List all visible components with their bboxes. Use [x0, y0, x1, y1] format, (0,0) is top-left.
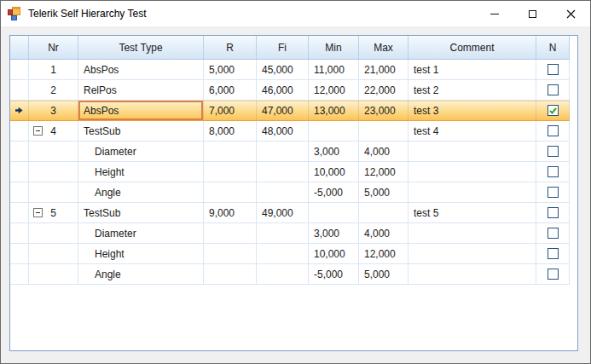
table-row[interactable]: 3AbsPos7,00047,00013,00023,000test 3 — [10, 101, 570, 121]
table-row[interactable]: 2RelPos6,00046,00012,00022,000test 2 — [10, 80, 570, 101]
cell-r[interactable] — [204, 223, 257, 244]
cell-test_type[interactable]: Angle — [78, 182, 204, 203]
cell-min[interactable] — [309, 121, 359, 142]
cell-nr[interactable]: 3 — [29, 101, 78, 121]
cell-comment[interactable] — [408, 244, 536, 264]
cell-n[interactable] — [536, 101, 570, 121]
cell-max[interactable]: 21,000 — [359, 60, 408, 80]
n-checkbox-unchecked[interactable] — [548, 207, 559, 218]
collapse-expander-icon[interactable] — [33, 208, 43, 217]
cell-r[interactable] — [204, 264, 257, 285]
cell-max[interactable]: 23,000 — [359, 101, 408, 121]
cell-min[interactable]: 12,000 — [309, 80, 359, 101]
column-header-n[interactable]: N — [536, 36, 570, 59]
cell-max[interactable]: 12,000 — [359, 162, 408, 182]
cell-nr[interactable] — [29, 162, 78, 182]
cell-n[interactable] — [536, 203, 570, 223]
column-header-nr[interactable]: Nr — [29, 36, 78, 59]
cell-min[interactable] — [309, 203, 359, 223]
row-indicator-header[interactable] — [10, 36, 29, 59]
row-indicator-cell[interactable] — [10, 80, 29, 101]
cell-nr[interactable]: 1 — [29, 60, 78, 80]
table-row[interactable]: Diameter3,0004,000 — [10, 142, 570, 162]
cell-fi[interactable] — [257, 182, 309, 203]
cell-r[interactable]: 8,000 — [204, 121, 257, 142]
cell-test_type[interactable]: AbsPos — [78, 60, 204, 80]
cell-nr[interactable] — [29, 264, 78, 285]
n-checkbox-unchecked[interactable] — [548, 84, 559, 95]
row-indicator-cell[interactable] — [10, 244, 29, 264]
cell-n[interactable] — [536, 121, 570, 142]
cell-r[interactable] — [204, 244, 257, 264]
cell-test_type[interactable]: Height — [78, 162, 204, 182]
cell-test_type[interactable]: Diameter — [78, 223, 204, 244]
cell-r[interactable]: 5,000 — [204, 60, 257, 80]
cell-nr[interactable] — [29, 142, 78, 162]
cell-test_type[interactable]: Height — [78, 244, 204, 264]
cell-r[interactable] — [204, 142, 257, 162]
column-header-comment[interactable]: Comment — [408, 36, 536, 59]
cell-test_type[interactable]: Diameter — [78, 142, 204, 162]
row-indicator-cell[interactable] — [10, 182, 29, 203]
cell-n[interactable] — [536, 80, 570, 101]
n-checkbox-unchecked[interactable] — [548, 248, 559, 259]
cell-r[interactable] — [204, 182, 257, 203]
cell-test_type[interactable]: TestSub — [78, 121, 204, 142]
cell-test_type[interactable]: Angle — [78, 264, 204, 285]
cell-fi[interactable] — [257, 264, 309, 285]
row-indicator-cell[interactable] — [10, 142, 29, 162]
cell-min[interactable]: -5,000 — [309, 182, 359, 203]
n-checkbox-unchecked[interactable] — [548, 269, 559, 280]
cell-min[interactable]: 13,000 — [309, 101, 359, 121]
column-header-max[interactable]: Max — [359, 36, 408, 59]
cell-comment[interactable]: test 2 — [408, 80, 536, 101]
cell-comment[interactable] — [408, 142, 536, 162]
collapse-expander-icon[interactable] — [33, 126, 43, 136]
n-checkbox-unchecked[interactable] — [548, 146, 559, 157]
cell-nr[interactable]: 2 — [29, 80, 78, 101]
cell-n[interactable] — [536, 142, 570, 162]
cell-fi[interactable]: 47,000 — [257, 101, 309, 121]
cell-n[interactable] — [536, 223, 570, 244]
table-row[interactable]: 5TestSub9,00049,000test 5 — [10, 203, 570, 223]
n-checkbox-unchecked[interactable] — [548, 64, 559, 75]
cell-max[interactable]: 12,000 — [359, 244, 408, 264]
cell-nr[interactable] — [29, 182, 78, 203]
cell-min[interactable]: 10,000 — [309, 244, 359, 264]
cell-max[interactable] — [359, 203, 408, 223]
cell-max[interactable]: 22,000 — [359, 80, 408, 101]
row-indicator-cell[interactable] — [10, 264, 29, 285]
cell-comment[interactable] — [408, 223, 536, 244]
cell-n[interactable] — [536, 244, 570, 264]
table-row[interactable]: Height10,00012,000 — [10, 244, 570, 264]
cell-max[interactable] — [359, 121, 408, 142]
row-indicator-cell[interactable] — [10, 203, 29, 223]
column-header-test_type[interactable]: Test Type — [78, 36, 204, 59]
cell-comment[interactable] — [408, 264, 536, 285]
cell-comment[interactable]: test 5 — [408, 203, 536, 223]
cell-comment[interactable]: test 4 — [408, 121, 536, 142]
cell-max[interactable]: 5,000 — [359, 264, 408, 285]
cell-nr[interactable] — [29, 223, 78, 244]
cell-comment[interactable] — [408, 162, 536, 182]
cell-r[interactable]: 6,000 — [204, 80, 257, 101]
cell-min[interactable]: 10,000 — [309, 162, 359, 182]
cell-fi[interactable]: 45,000 — [257, 60, 309, 80]
column-header-r[interactable]: R — [204, 36, 257, 59]
table-row[interactable]: 1AbsPos5,00045,00011,00021,000test 1 — [10, 60, 570, 80]
n-checkbox-checked[interactable] — [548, 105, 559, 116]
n-checkbox-unchecked[interactable] — [548, 125, 559, 136]
row-indicator-cell[interactable] — [10, 121, 29, 142]
cell-max[interactable]: 4,000 — [359, 142, 408, 162]
cell-fi[interactable] — [257, 223, 309, 244]
table-row[interactable]: Angle-5,0005,000 — [10, 264, 570, 285]
table-row[interactable]: Angle-5,0005,000 — [10, 182, 570, 203]
cell-fi[interactable]: 49,000 — [257, 203, 309, 223]
cell-min[interactable]: 11,000 — [309, 60, 359, 80]
n-checkbox-unchecked[interactable] — [548, 166, 559, 177]
row-indicator-cell[interactable] — [10, 101, 29, 121]
close-button[interactable] — [552, 1, 590, 26]
n-checkbox-unchecked[interactable] — [548, 228, 559, 239]
cell-n[interactable] — [536, 60, 570, 80]
table-row[interactable]: Diameter3,0004,000 — [10, 223, 570, 244]
